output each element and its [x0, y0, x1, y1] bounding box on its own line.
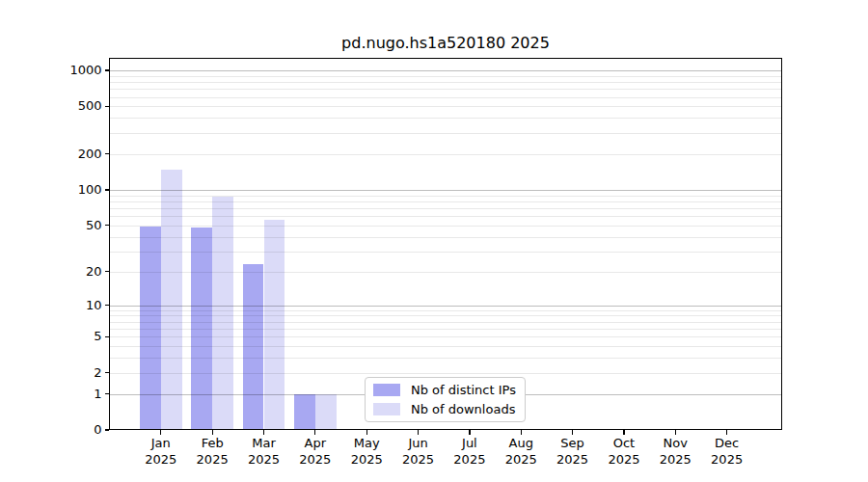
- bar-distinct-ips: [294, 394, 315, 430]
- x-tick-label-line: 2025: [700, 451, 754, 468]
- gridline-minor: [109, 154, 782, 155]
- x-tick-label-line: 2025: [597, 451, 651, 468]
- x-tick-label-aug: Aug2025: [494, 435, 548, 468]
- gridline-minor: [109, 322, 782, 323]
- x-tick-label-line: Apr: [288, 435, 342, 451]
- gridline-minor: [109, 133, 782, 134]
- x-tick-label-nov: Nov2025: [648, 435, 702, 468]
- gridline-minor: [109, 106, 782, 107]
- x-tick-label-line: 2025: [546, 451, 600, 468]
- x-tick-label-may: May2025: [339, 435, 393, 468]
- y-tick-mark: [105, 69, 110, 70]
- x-tick-mark: [160, 430, 161, 435]
- x-tick-label-line: 2025: [443, 451, 497, 468]
- gridline-minor: [109, 118, 782, 119]
- y-tick-label: 10: [48, 298, 102, 313]
- figure: pd.nugo.hs1a520180 2025 0125102050100200…: [0, 0, 868, 482]
- y-tick-mark: [105, 106, 110, 107]
- y-tick-label: 0: [48, 422, 102, 438]
- x-tick-mark: [263, 430, 264, 435]
- x-tick-label-line: 2025: [648, 451, 702, 468]
- x-tick-mark: [572, 430, 573, 435]
- x-tick-label-line: Jun: [392, 435, 446, 451]
- gridline-major: [109, 190, 782, 191]
- chart-title: pd.nugo.hs1a520180 2025: [109, 35, 782, 52]
- y-tick-mark: [105, 225, 110, 226]
- x-tick-label-sep: Sep2025: [546, 435, 600, 468]
- x-tick-label-oct: Oct2025: [597, 435, 651, 468]
- x-tick-label-line: 2025: [185, 451, 239, 468]
- gridline-minor: [109, 82, 782, 83]
- gridline-minor: [109, 237, 782, 238]
- x-tick-label-line: 2025: [339, 451, 393, 468]
- y-tick-label: 200: [48, 147, 102, 162]
- x-tick-label-line: May: [339, 435, 393, 451]
- y-tick-mark: [105, 271, 110, 272]
- y-tick-label: 5: [48, 329, 102, 344]
- legend-label-downloads: Nb of downloads: [411, 402, 515, 416]
- legend: Nb of distinct IPs Nb of downloads: [365, 377, 526, 422]
- x-tick-mark: [418, 430, 419, 435]
- x-tick-mark: [469, 430, 470, 435]
- y-tick-label: 500: [48, 98, 102, 114]
- x-tick-label-line: Oct: [597, 435, 651, 451]
- y-tick-mark: [105, 372, 110, 373]
- y-tick-label: 20: [48, 264, 102, 280]
- x-tick-mark: [726, 430, 727, 435]
- x-tick-label-line: 2025: [237, 451, 291, 468]
- y-tick-mark: [105, 153, 110, 154]
- y-tick-label: 1: [48, 387, 102, 402]
- x-tick-label-line: Jan: [134, 435, 188, 451]
- gridline-minor: [109, 208, 782, 209]
- x-tick-mark: [212, 430, 213, 435]
- y-tick-label: 2: [48, 365, 102, 381]
- bar-distinct-ips: [243, 264, 264, 430]
- x-tick-label-line: 2025: [288, 451, 342, 468]
- gridline-minor: [109, 252, 782, 253]
- gridline-minor: [109, 196, 782, 197]
- x-tick-label-apr: Apr2025: [288, 435, 342, 468]
- gridline-minor: [109, 346, 782, 347]
- x-tick-mark: [314, 430, 315, 435]
- x-tick-label-line: Jul: [443, 435, 497, 451]
- bar-downloads: [315, 394, 337, 430]
- gridline-minor: [109, 201, 782, 202]
- legend-swatch-downloads: [373, 403, 400, 415]
- legend-row-distinct-ips: Nb of distinct IPs: [373, 383, 525, 397]
- y-tick-label: 50: [48, 218, 102, 233]
- y-tick-mark: [105, 336, 110, 337]
- x-tick-label-jan: Jan2025: [134, 435, 188, 468]
- x-tick-mark: [366, 430, 367, 435]
- gridline-minor: [109, 272, 782, 273]
- legend-row-downloads: Nb of downloads: [373, 402, 525, 416]
- x-tick-label-line: Feb: [185, 435, 239, 451]
- gridline-minor: [109, 97, 782, 98]
- x-tick-label-line: Nov: [648, 435, 702, 451]
- x-tick-label-jul: Jul2025: [443, 435, 497, 468]
- x-tick-label-line: Sep: [546, 435, 600, 451]
- bar-downloads: [212, 197, 233, 430]
- y-tick-mark: [105, 429, 110, 430]
- x-tick-label-line: Dec: [700, 435, 754, 451]
- y-tick-mark: [105, 189, 110, 190]
- x-tick-label-line: 2025: [494, 451, 548, 468]
- y-tick-mark: [105, 393, 110, 394]
- legend-label-distinct-ips: Nb of distinct IPs: [411, 383, 516, 397]
- x-tick-mark: [521, 430, 522, 435]
- x-tick-label-dec: Dec2025: [700, 435, 754, 468]
- x-tick-mark: [675, 430, 676, 435]
- gridline-major: [109, 70, 782, 71]
- x-tick-label-line: Aug: [494, 435, 548, 451]
- gridline-minor: [109, 89, 782, 90]
- gridline-minor: [109, 358, 782, 359]
- x-tick-label-feb: Feb2025: [185, 435, 239, 468]
- gridline-minor: [109, 329, 782, 330]
- x-tick-label-jun: Jun2025: [392, 435, 446, 468]
- gridline-minor: [109, 216, 782, 217]
- x-tick-label-mar: Mar2025: [237, 435, 291, 468]
- gridline-minor: [109, 310, 782, 311]
- gridline-minor: [109, 315, 782, 316]
- y-tick-label: 1000: [48, 63, 102, 78]
- x-tick-label-line: 2025: [392, 451, 446, 468]
- gridline-minor: [109, 336, 782, 337]
